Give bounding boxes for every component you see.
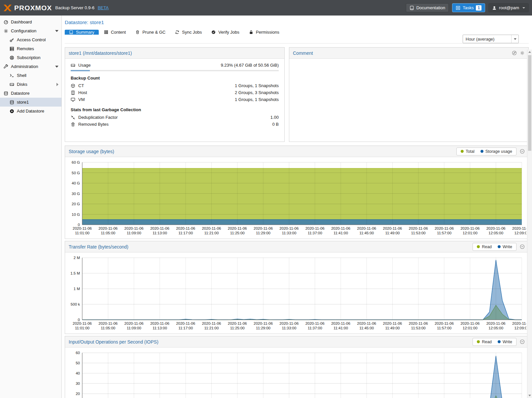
collapse-chart-icon[interactable]: [520, 339, 525, 344]
sidebar-item-add-datastore[interactable]: Add Datastore: [0, 107, 61, 116]
collapse-chart-icon[interactable]: [520, 149, 525, 154]
tab-summary[interactable]: Summary: [65, 30, 99, 35]
host-label: Host: [78, 90, 87, 95]
sidebar-item-configuration[interactable]: Configuration: [0, 26, 61, 35]
legend-item-write[interactable]: Write: [498, 340, 512, 344]
svg-text:2 M: 2 M: [74, 256, 80, 260]
sidebar-item-label: Dashboard: [11, 19, 32, 24]
sidebar: DashboardConfigurationAccess ControlRemo…: [0, 16, 62, 398]
building-icon: [71, 90, 75, 95]
svg-text:500 k: 500 k: [71, 302, 80, 306]
user-icon: [492, 6, 497, 10]
usage-row: Usage 9.23% (4.67 GiB of 50.56 GiB): [71, 62, 279, 69]
documentation-button[interactable]: Documentation: [406, 3, 449, 12]
panel-header: store1 (/mnt/datastores/store1): [65, 48, 284, 59]
legend-label: Write: [503, 245, 512, 249]
username-label: root@pam: [499, 5, 519, 10]
sidebar-item-label: Remotes: [17, 46, 34, 51]
panel-body: 0500 k1 M1.5 M2 M2020-11-0611:01:002020-…: [65, 252, 528, 334]
sidebar-item-dashboard[interactable]: Dashboard: [0, 17, 61, 26]
collapse-arrow-icon[interactable]: [55, 30, 58, 32]
svg-text:2020-11-06: 2020-11-06: [357, 321, 376, 325]
svg-text:2020-11-06: 2020-11-06: [279, 226, 299, 230]
database-icon: [10, 100, 14, 105]
legend-dot: [477, 245, 480, 248]
sidebar-item-disks[interactable]: Disks: [0, 80, 61, 89]
svg-text:11:05:00: 11:05:00: [101, 326, 115, 330]
svg-text:2020-11-06: 2020-11-06: [202, 321, 221, 325]
ct-value: 1 Groups, 1 Snapshots: [235, 83, 279, 88]
support-icon: [10, 55, 14, 60]
timeframe-select[interactable]: Hour (average): [463, 35, 519, 43]
product-version: Backup Server 0.9-6: [55, 5, 94, 10]
svg-text:12:05:00: 12:05:00: [488, 231, 503, 235]
legend-item-storage-usage[interactable]: Storage usage: [480, 149, 512, 154]
sidebar-item-administration[interactable]: Administration: [0, 62, 61, 71]
chart-toolbar: Hour (average): [65, 35, 529, 44]
svg-text:10 G: 10 G: [72, 213, 80, 216]
expand-arrow-icon[interactable]: [56, 83, 58, 86]
gear-icon[interactable]: [520, 50, 525, 55]
scroll-down-arrow-icon[interactable]: [527, 393, 532, 398]
sidebar-item-shell[interactable]: Shell: [0, 71, 61, 80]
legend-label: Write: [503, 340, 512, 344]
tab-sync-jobs[interactable]: Sync Jobs: [171, 30, 206, 35]
svg-text:11:45:00: 11:45:00: [359, 231, 374, 235]
svg-text:11:41:00: 11:41:00: [334, 231, 348, 235]
svg-text:2020-11-06: 2020-11-06: [383, 226, 402, 230]
beta-link[interactable]: BETA: [98, 5, 109, 10]
compress-icon: [71, 115, 75, 120]
svg-text:2020-11-06: 2020-11-06: [460, 321, 479, 325]
desktop-icon: [71, 97, 75, 102]
svg-text:2020-11-06: 2020-11-06: [202, 226, 221, 230]
main-content: Datastore: store1 Summary Content Prune …: [62, 16, 532, 398]
legend-label: Read: [482, 245, 492, 249]
collapse-chart-icon[interactable]: [520, 244, 525, 249]
usage-progressbar-fill: [71, 70, 90, 71]
sidebar-item-remotes[interactable]: Remotes: [0, 44, 61, 53]
legend-item-total[interactable]: Total: [461, 149, 474, 154]
legend-label: Storage usage: [485, 149, 512, 154]
legend-item-read[interactable]: Read: [477, 340, 492, 344]
svg-text:11:09:00: 11:09:00: [127, 326, 141, 330]
svg-text:11:49:00: 11:49:00: [385, 326, 400, 330]
svg-text:12:01:00: 12:01:00: [463, 231, 478, 235]
edit-comment-icon[interactable]: [512, 50, 517, 55]
svg-text:2020-11-06: 2020-11-06: [512, 321, 526, 325]
svg-text:11:17:00: 11:17:00: [178, 326, 193, 330]
svg-text:2020-11-06: 2020-11-06: [150, 226, 169, 230]
svg-text:11:17:00: 11:17:00: [178, 231, 193, 235]
legend-label: Total: [466, 149, 474, 154]
scrollbar-thumb[interactable]: [528, 55, 531, 151]
vertical-scrollbar[interactable]: [527, 50, 532, 398]
svg-text:50 G: 50 G: [72, 171, 80, 175]
svg-text:11:29:00: 11:29:00: [256, 326, 270, 330]
svg-text:2020-11-06: 2020-11-06: [331, 321, 350, 325]
scroll-up-arrow-icon[interactable]: [527, 50, 532, 54]
tab-label: Verify Jobs: [218, 30, 239, 35]
collapse-arrow-icon[interactable]: [55, 66, 58, 68]
timeframe-value: Hour (average): [463, 37, 511, 42]
tab-verify-jobs[interactable]: Verify Jobs: [207, 30, 244, 35]
chevron-down-icon: [511, 35, 518, 43]
sidebar-item-label: Configuration: [11, 28, 36, 33]
svg-text:11:05:00: 11:05:00: [101, 231, 115, 235]
tab-content[interactable]: Content: [100, 30, 130, 35]
user-menu-button[interactable]: root@pam: [488, 3, 529, 12]
sidebar-item-label: store1: [17, 100, 29, 105]
legend-item-read[interactable]: Read: [477, 245, 492, 249]
svg-text:2020-11-06: 2020-11-06: [228, 321, 247, 325]
panel-title: Input/Output Operations per Second (IOPS…: [69, 339, 159, 345]
sidebar-item-access-control[interactable]: Access Control: [0, 35, 61, 44]
sidebar-item-subscription[interactable]: Subscription: [0, 53, 61, 62]
proxmox-x-mark: [3, 4, 12, 12]
sidebar-item-store1[interactable]: store1: [0, 98, 61, 107]
sidebar-item-label: Subscription: [17, 55, 41, 60]
tab-permissions[interactable]: Permissions: [245, 30, 284, 35]
svg-text:11:01:00: 11:01:00: [75, 231, 89, 235]
tasks-button[interactable]: Tasks 1: [452, 3, 485, 12]
sidebar-item-datastore[interactable]: Datastore: [0, 89, 61, 98]
tab-prune-gc[interactable]: Prune & GC: [131, 30, 170, 35]
legend-item-write[interactable]: Write: [498, 245, 512, 249]
svg-text:50: 50: [76, 361, 80, 365]
